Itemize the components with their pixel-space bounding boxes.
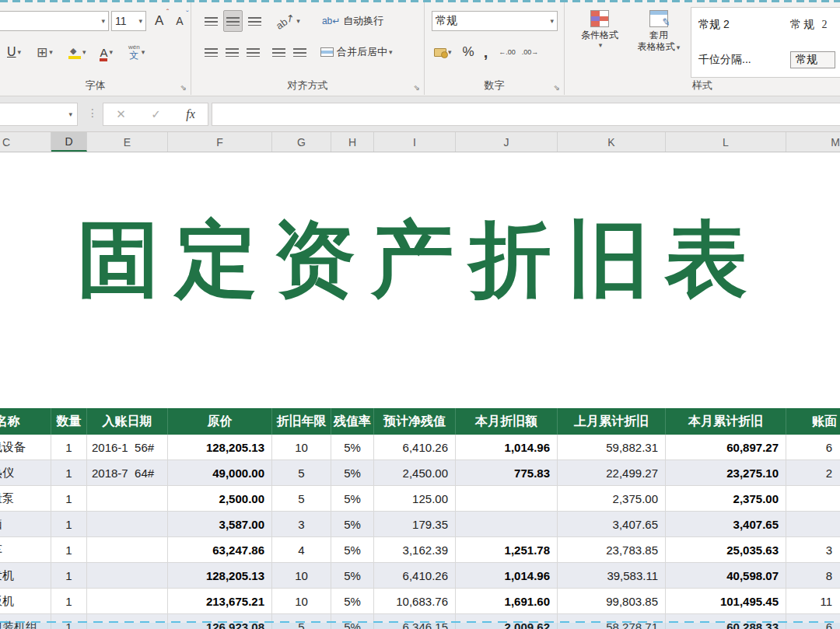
number-format-combobox[interactable]: 常规▾: [432, 11, 558, 31]
column-header-L[interactable]: L: [666, 132, 786, 152]
table-cell-r1-c3[interactable]: 2016-1 56#: [87, 435, 168, 460]
column-header-C[interactable]: C: [0, 132, 51, 152]
table-header-cell[interactable]: 账面: [786, 408, 840, 435]
table-cell-r3-c7[interactable]: 125.00: [374, 486, 456, 512]
table-cell-r2-c1[interactable]: 热仪: [0, 460, 51, 486]
table-cell-r7-c1[interactable]: 板机: [0, 589, 51, 614]
decrease-font-size-button[interactable]: Aˇ: [173, 10, 185, 32]
table-cell-r3-c1[interactable]: 量泵: [0, 486, 51, 512]
table-cell-r1-c2[interactable]: 1: [51, 435, 87, 460]
align-top-button[interactable]: [202, 10, 220, 32]
table-cell-r5-c1[interactable]: 车: [0, 537, 51, 563]
table-cell-r2-c8[interactable]: 775.83: [456, 460, 558, 486]
table-cell-r5-c6[interactable]: 5%: [331, 537, 374, 563]
table-cell-r5-c11[interactable]: 3: [786, 537, 840, 563]
column-header-D[interactable]: D: [51, 132, 87, 152]
alignment-dialog-launcher-icon[interactable]: ⇘: [414, 83, 420, 92]
table-cell-r7-c4[interactable]: 213,675.21: [168, 589, 272, 614]
font-name-combobox[interactable]: ▾: [0, 11, 109, 31]
table-cell-r6-c4[interactable]: 128,205.13: [168, 563, 272, 589]
table-cell-r4-c4[interactable]: 3,587.00: [168, 512, 272, 537]
table-cell-r1-c7[interactable]: 6,410.26: [374, 435, 456, 460]
underline-button[interactable]: U▾: [5, 41, 23, 63]
cancel-icon[interactable]: ✕: [116, 107, 126, 121]
table-cell-r1-c1[interactable]: 线设备: [0, 435, 51, 460]
table-cell-r4-c3[interactable]: [87, 512, 168, 537]
increase-decimal-button[interactable]: ←.00: [496, 41, 518, 63]
cell-style-item[interactable]: 常规 2: [691, 8, 783, 43]
table-cell-r4-c1[interactable]: 脑: [0, 512, 51, 537]
table-cell-r1-c11[interactable]: 6: [786, 435, 840, 460]
borders-button[interactable]: ⊞▾: [34, 41, 55, 63]
table-cell-r3-c11[interactable]: [786, 486, 840, 512]
table-cell-r2-c2[interactable]: 1: [51, 460, 87, 486]
table-cell-r5-c8[interactable]: 1,251.78: [456, 537, 558, 563]
percent-style-button[interactable]: %: [460, 41, 477, 63]
table-cell-r4-c5[interactable]: 3: [272, 512, 331, 537]
font-color-button[interactable]: A▾: [97, 41, 115, 63]
column-header-J[interactable]: J: [456, 132, 558, 152]
increase-font-size-button[interactable]: Aˆ: [152, 10, 166, 32]
table-cell-r6-c11[interactable]: 8: [786, 563, 840, 589]
fill-color-button[interactable]: ◆▾: [66, 41, 89, 63]
table-cell-r4-c9[interactable]: 3,407.65: [558, 512, 666, 537]
table-cell-r7-c2[interactable]: 1: [51, 589, 87, 614]
table-cell-r4-c2[interactable]: 1: [51, 512, 87, 537]
table-header-cell[interactable]: 残值率: [331, 408, 374, 435]
align-left-button[interactable]: [202, 41, 220, 63]
table-cell-r7-c5[interactable]: 10: [272, 589, 331, 614]
number-dialog-launcher-icon[interactable]: ⇘: [554, 83, 560, 92]
sheet-title-cell[interactable]: 固定资产折旧表: [0, 214, 840, 305]
table-cell-r2-c10[interactable]: 23,275.10: [666, 460, 786, 486]
table-header-cell[interactable]: 上月累计折旧: [558, 408, 666, 435]
table-cell-r7-c3[interactable]: [87, 589, 168, 614]
table-cell-r1-c5[interactable]: 10: [272, 435, 331, 460]
table-cell-r6-c3[interactable]: [87, 563, 168, 589]
table-cell-r2-c6[interactable]: 5%: [331, 460, 374, 486]
phonetic-guide-button[interactable]: wén 文 ▾: [126, 41, 147, 63]
table-cell-r2-c5[interactable]: 5: [272, 460, 331, 486]
decrease-indent-button[interactable]: [270, 41, 288, 63]
column-header-K[interactable]: K: [558, 132, 666, 152]
table-cell-r1-c4[interactable]: 128,205.13: [168, 435, 272, 460]
formula-input[interactable]: [212, 103, 840, 126]
format-as-table-button[interactable]: ✎ 套用 表格格式▾: [632, 10, 686, 53]
column-header-E[interactable]: E: [87, 132, 168, 152]
table-cell-r7-c7[interactable]: 10,683.76: [374, 589, 456, 614]
table-header-cell[interactable]: 本月折旧额: [456, 408, 558, 435]
table-cell-r6-c9[interactable]: 39,583.11: [558, 563, 666, 589]
table-cell-r3-c3[interactable]: [87, 486, 168, 512]
table-cell-r3-c9[interactable]: 2,375.00: [558, 486, 666, 512]
table-cell-r6-c8[interactable]: 1,014.96: [456, 563, 558, 589]
orientation-button[interactable]: ab↗▾: [273, 10, 303, 32]
table-cell-r2-c7[interactable]: 2,450.00: [374, 460, 456, 486]
table-cell-r5-c4[interactable]: 63,247.86: [168, 537, 272, 563]
align-right-button[interactable]: [244, 41, 262, 63]
table-cell-r6-c5[interactable]: 10: [272, 563, 331, 589]
table-cell-r3-c10[interactable]: 2,375.00: [666, 486, 786, 512]
column-header-F[interactable]: F: [168, 132, 272, 152]
table-cell-r7-c8[interactable]: 1,691.60: [456, 589, 558, 614]
table-cell-r6-c6[interactable]: 5%: [331, 563, 374, 589]
table-cell-r5-c2[interactable]: 1: [51, 537, 87, 563]
decrease-decimal-button[interactable]: .00→: [520, 41, 541, 63]
table-cell-r7-c10[interactable]: 101,495.45: [666, 589, 786, 614]
table-cell-r1-c6[interactable]: 5%: [331, 435, 374, 460]
table-cell-r1-c9[interactable]: 59,882.31: [558, 435, 666, 460]
table-cell-r4-c10[interactable]: 3,407.65: [666, 512, 786, 537]
table-cell-r7-c6[interactable]: 5%: [331, 589, 374, 614]
table-cell-r5-c10[interactable]: 25,035.63: [666, 537, 786, 563]
merge-center-button[interactable]: 合并后居中▾: [318, 41, 395, 63]
align-middle-button[interactable]: [223, 10, 243, 32]
table-cell-r5-c5[interactable]: 4: [272, 537, 331, 563]
font-size-combobox[interactable]: 11▾: [111, 11, 146, 31]
column-header-I[interactable]: I: [374, 132, 456, 152]
table-cell-r5-c3[interactable]: [87, 537, 168, 563]
table-cell-r4-c6[interactable]: 5%: [331, 512, 374, 537]
column-header-G[interactable]: G: [272, 132, 331, 152]
cell-style-item[interactable]: 千位分隔...: [691, 43, 783, 78]
table-header-cell[interactable]: 本月累计折旧: [666, 408, 786, 435]
table-cell-r1-c8[interactable]: 1,014.96: [456, 435, 558, 460]
table-cell-r3-c2[interactable]: 1: [51, 486, 87, 512]
comma-style-button[interactable]: ,: [481, 41, 491, 63]
